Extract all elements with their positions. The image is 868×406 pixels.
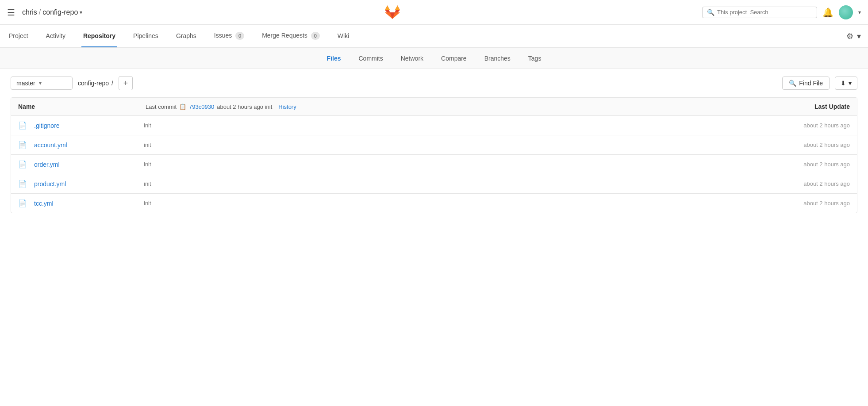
history-link[interactable]: History — [278, 103, 296, 110]
file-name[interactable]: product.yml — [34, 180, 140, 188]
nav-issues[interactable]: Issues 0 — [212, 25, 246, 48]
sub-nav-compare[interactable]: Compare — [439, 50, 469, 67]
file-update: about 2 hours ago — [761, 200, 850, 207]
bell-icon[interactable]: 🔔 — [822, 7, 833, 18]
search-box[interactable]: 🔍 — [702, 7, 817, 18]
sub-nav: Files Commits Network Compare Branches T… — [0, 48, 868, 69]
col-commit-header: Last commit 📋 793c0930 about 2 hours ago… — [146, 103, 758, 110]
table-row: 📄 order.yml init about 2 hours ago — [11, 155, 857, 174]
commit-hash-link[interactable]: 793c0930 — [189, 103, 214, 110]
find-file-button[interactable]: 🔍 Find File — [782, 77, 830, 90]
download-button[interactable]: ⬇ ▾ — [835, 77, 857, 90]
settings-icon[interactable]: ⚙ — [846, 31, 853, 41]
file-commit: init — [144, 180, 758, 187]
commit-message: about 2 hours ago init — [217, 103, 272, 110]
repo-sep: / — [39, 8, 41, 16]
settings-area: ⚙ ▾ — [846, 31, 861, 41]
branch-selector[interactable]: master ▾ — [11, 77, 73, 90]
file-name[interactable]: account.yml — [34, 142, 140, 149]
branch-chevron-icon: ▾ — [39, 80, 42, 86]
table-header: Name Last commit 📋 793c0930 about 2 hour… — [11, 98, 857, 116]
breadcrumb: config-repo / — [78, 80, 113, 87]
main-nav: Project Activity Repository Pipelines Gr… — [0, 25, 868, 48]
nav-merge-requests[interactable]: Merge Requests 0 — [260, 25, 322, 48]
avatar[interactable] — [839, 5, 853, 19]
file-update: about 2 hours ago — [761, 142, 850, 148]
file-name[interactable]: tcc.yml — [34, 200, 140, 207]
file-icon: 📄 — [18, 180, 27, 188]
avatar-caret-icon[interactable]: ▾ — [858, 9, 861, 15]
add-file-button[interactable]: + — [119, 76, 133, 90]
logo-area — [89, 4, 695, 20]
search-input[interactable] — [717, 9, 812, 15]
top-nav: ☰ chris / config-repo ▾ 🔍 🔔 ▾ — [0, 0, 868, 25]
table-row: 📄 product.yml init about 2 hours ago — [11, 174, 857, 194]
gitlab-logo — [384, 4, 400, 20]
settings-caret-icon[interactable]: ▾ — [857, 31, 861, 41]
file-commit: init — [144, 200, 758, 207]
sub-nav-files[interactable]: Files — [325, 50, 343, 67]
find-file-label: Find File — [799, 80, 823, 87]
file-table: Name Last commit 📋 793c0930 about 2 hour… — [11, 97, 857, 213]
merge-badge: 0 — [311, 32, 320, 40]
file-commit: init — [144, 161, 758, 168]
breadcrumb-repo[interactable]: config-repo — [78, 80, 109, 87]
table-row: 📄 tcc.yml init about 2 hours ago — [11, 194, 857, 213]
issues-badge: 0 — [235, 32, 244, 40]
copy-icon[interactable]: 📋 — [179, 103, 186, 110]
sub-nav-branches[interactable]: Branches — [483, 50, 512, 67]
nav-activity[interactable]: Activity — [44, 25, 67, 47]
file-icon: 📄 — [18, 141, 27, 149]
file-update: about 2 hours ago — [761, 161, 850, 168]
file-commit: init — [144, 122, 758, 129]
nav-pipelines[interactable]: Pipelines — [131, 25, 160, 47]
find-file-search-icon: 🔍 — [789, 80, 796, 87]
nav-graphs[interactable]: Graphs — [174, 25, 198, 47]
file-name[interactable]: .gitignore — [34, 122, 140, 129]
sub-nav-network[interactable]: Network — [399, 50, 425, 67]
repo-chevron-icon[interactable]: ▾ — [80, 9, 82, 15]
col-name-header: Name — [18, 103, 142, 110]
search-icon: 🔍 — [707, 9, 714, 16]
sub-nav-tags[interactable]: Tags — [526, 50, 543, 67]
breadcrumb-sep: / — [111, 80, 113, 87]
repo-title: chris / config-repo ▾ — [22, 8, 82, 16]
file-icon: 📄 — [18, 121, 27, 130]
nav-repository[interactable]: Repository — [81, 25, 117, 47]
file-update: about 2 hours ago — [761, 180, 850, 187]
file-name[interactable]: order.yml — [34, 161, 140, 168]
branch-name: master — [16, 80, 35, 87]
toolbar: master ▾ config-repo / + 🔍 Find File ⬇ ▾ — [0, 69, 868, 97]
repo-name-link[interactable]: config-repo — [42, 8, 78, 16]
nav-project[interactable]: Project — [7, 25, 30, 47]
file-commit: init — [144, 142, 758, 148]
file-icon: 📄 — [18, 160, 27, 169]
table-row: 📄 account.yml init about 2 hours ago — [11, 135, 857, 155]
download-icon: ⬇ — [841, 80, 846, 87]
last-commit-label: Last commit — [146, 103, 177, 110]
col-update-header: Last Update — [761, 103, 850, 110]
file-rows-container: 📄 .gitignore init about 2 hours ago 📄 ac… — [11, 116, 857, 213]
file-icon: 📄 — [18, 199, 27, 207]
table-row: 📄 .gitignore init about 2 hours ago — [11, 116, 857, 135]
nav-right: 🔍 🔔 ▾ — [702, 5, 861, 19]
download-caret-icon: ▾ — [849, 80, 852, 87]
hamburger-icon[interactable]: ☰ — [7, 7, 15, 18]
nav-wiki[interactable]: Wiki — [336, 25, 351, 47]
sub-nav-commits[interactable]: Commits — [357, 50, 384, 67]
repo-owner-link[interactable]: chris — [22, 8, 37, 16]
file-update: about 2 hours ago — [761, 122, 850, 129]
